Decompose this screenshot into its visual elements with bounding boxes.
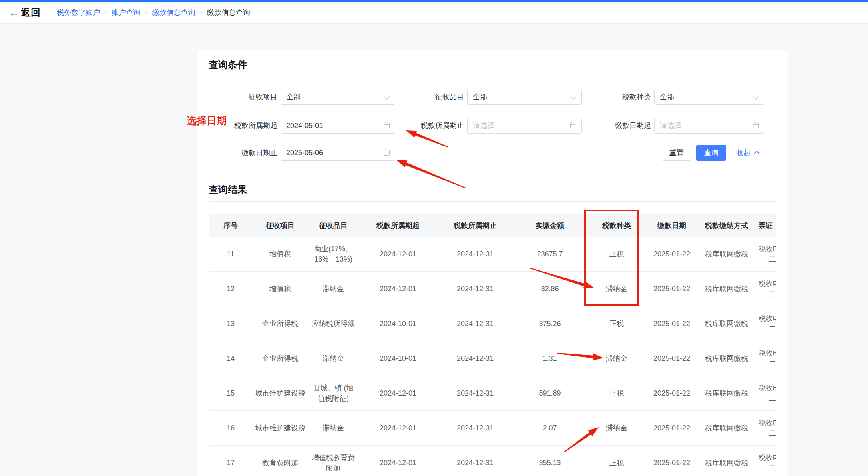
divider: [209, 76, 777, 76]
back-arrow-icon: ←: [9, 7, 19, 18]
cell-amount: 591.89: [512, 376, 587, 410]
cell-project: 企业所得税: [252, 341, 309, 376]
cell-pay_method: 税库联网缴税: [698, 411, 755, 445]
breadcrumb-item[interactable]: 税务数字账户: [57, 8, 100, 17]
collapse-link[interactable]: 收起: [736, 148, 759, 158]
cell-period_start: 2024-12-01: [358, 237, 438, 271]
column-header-item: 征收品目: [309, 214, 358, 237]
cell-pay_method: 税库联网缴税: [698, 446, 755, 476]
query-results-title: 查询结果: [209, 183, 247, 196]
cell-seq: 17: [209, 446, 252, 476]
cell-ticket: 税收电二: [755, 341, 776, 376]
cell-item: 商业(17%、16%、13%): [309, 237, 358, 271]
column-header-pay_method: 税款缴纳方式: [698, 214, 755, 237]
tax-category-label: 税款种类: [571, 92, 651, 102]
cell-period_end: 2024-12-31: [438, 341, 512, 376]
cell-tax_type: 正税: [587, 376, 646, 410]
divider: [209, 201, 777, 202]
levy-item-label: 征收品目: [384, 92, 464, 102]
period-end-date-input[interactable]: 请选择: [467, 118, 582, 134]
cell-item: 滞纳金: [309, 272, 358, 306]
pay-date-end-date-input[interactable]: 2025-05-06: [281, 145, 395, 161]
tax-category-select[interactable]: 全部: [654, 89, 764, 105]
column-header-project: 征收项目: [252, 214, 309, 237]
breadcrumb-item[interactable]: 账户查询: [111, 8, 140, 17]
cell-item: 滞纳金: [309, 411, 358, 445]
app-header: ← 返回 税务数字账户›账户查询›缴款信息查询›缴款信息查询: [0, 2, 868, 24]
chevron-up-icon: [754, 150, 760, 157]
ticket-second-line-partial: 二: [759, 428, 776, 438]
cell-ticket: 税收电二: [755, 446, 776, 476]
ticket-second-line-partial: 二: [759, 254, 776, 264]
cell-seq: 16: [209, 411, 252, 445]
cell-pay_date: 2025-01-22: [646, 446, 698, 476]
cell-period_end: 2024-12-31: [438, 446, 512, 476]
ticket-second-line-partial: 二: [759, 289, 776, 299]
cell-period_start: 2024-12-01: [358, 411, 438, 445]
pay-date-start-placeholder: 请选择: [660, 121, 681, 130]
cell-pay_date: 2025-01-22: [646, 306, 698, 341]
ticket-second-line-partial: 二: [759, 463, 776, 473]
levy-project-value: 全部: [286, 92, 301, 102]
back-button[interactable]: ← 返回: [9, 6, 41, 19]
field-tax-category: 税款种类 全部: [571, 89, 764, 105]
column-header-period_end: 税款所属期止: [438, 214, 512, 237]
pay-date-end-label: 缴款日期止: [197, 148, 277, 158]
cell-amount: 1.31: [512, 341, 587, 376]
cell-pay_method: 税库联网缴税: [698, 341, 755, 376]
search-button[interactable]: 查询: [696, 145, 726, 161]
pay-date-end-value: 2025-05-06: [286, 149, 323, 157]
column-header-period_start: 税款所属期起: [358, 214, 438, 237]
pay-date-start-date-input[interactable]: 请选择: [654, 118, 764, 134]
ticket-second-line-partial: 二: [759, 324, 776, 334]
ticket-second-line-partial: 二: [759, 358, 776, 369]
cell-amount: 375.26: [512, 306, 587, 341]
breadcrumb-separator-icon: ›: [200, 9, 202, 16]
breadcrumb-separator-icon: ›: [145, 9, 147, 16]
cell-period_start: 2024-12-01: [358, 376, 438, 410]
cell-project: 增值税: [252, 237, 309, 271]
cell-item: 县城、镇 (增值税附征): [309, 376, 358, 410]
cell-pay_method: 税库联网缴税: [698, 237, 755, 271]
calendar-icon: [384, 150, 390, 156]
period-end-label: 税款所属期止: [384, 121, 464, 130]
cell-period_end: 2024-12-31: [438, 376, 512, 410]
cell-tax_type: 正税: [587, 306, 646, 341]
tax-category-value: 全部: [660, 92, 674, 102]
cell-pay_date: 2025-01-22: [646, 376, 698, 410]
chevron-down-icon: [753, 94, 759, 100]
cell-seq: 13: [209, 306, 252, 341]
results-table: 序号征收项目征收品目税款所属期起税款所属期止实缴金额税款种类缴款日期税款缴纳方式…: [209, 214, 776, 476]
breadcrumb-item[interactable]: 缴款信息查询: [152, 8, 195, 17]
table-header-row: 序号征收项目征收品目税款所属期起税款所属期止实缴金额税款种类缴款日期税款缴纳方式…: [209, 214, 776, 237]
levy-item-value: 全部: [473, 92, 487, 102]
cell-item: 滞纳金: [309, 341, 358, 376]
cell-pay_date: 2025-01-22: [646, 237, 698, 271]
cell-amount: 2.07: [512, 411, 587, 445]
cell-ticket: 税收电二: [755, 306, 776, 341]
cell-pay_method: 税库联网缴税: [698, 272, 755, 306]
cell-period_start: 2024-10-01: [358, 341, 438, 376]
breadcrumb-separator-icon: ›: [105, 9, 107, 16]
levy-item-select[interactable]: 全部: [467, 89, 582, 105]
table-row: 14企业所得税滞纳金2024-10-012024-12-311.31滞纳金202…: [209, 341, 776, 376]
cell-project: 城市维护建设税: [252, 411, 309, 445]
field-levy-project: 征收项目 全部: [197, 89, 395, 105]
reset-button[interactable]: 重置: [662, 145, 691, 161]
cell-tax_type: 滞纳金: [587, 411, 646, 445]
back-label: 返回: [21, 6, 41, 19]
cell-tax_type: 正税: [587, 237, 646, 271]
cell-ticket: 税收电二: [755, 272, 776, 306]
cell-period_start: 2024-10-01: [358, 306, 438, 341]
cell-seq: 14: [209, 341, 252, 376]
column-header-ticket: 票证: [755, 214, 776, 237]
collapse-label: 收起: [736, 148, 751, 158]
cell-pay_method: 税库联网缴税: [698, 306, 755, 341]
cell-period_start: 2024-12-01: [358, 272, 438, 306]
period-start-date-input[interactable]: 2024-05-01: [281, 118, 395, 134]
column-header-seq: 序号: [209, 214, 252, 237]
column-header-tax_type: 税款种类: [587, 214, 646, 237]
table-row: 15城市维护建设税县城、镇 (增值税附征)2024-12-012024-12-3…: [209, 376, 776, 411]
cell-item: 增值税教育费附加: [309, 446, 358, 476]
levy-project-select[interactable]: 全部: [281, 89, 395, 105]
